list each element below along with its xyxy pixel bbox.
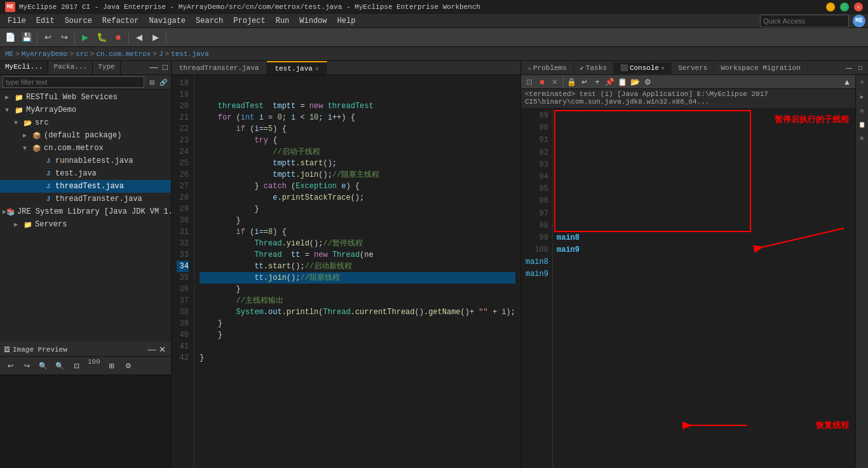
breadcrumb-me[interactable]: ME (5, 50, 13, 58)
breadcrumb-package[interactable]: cn.com.metrox (96, 50, 151, 58)
tree-toggle[interactable]: ▶ (23, 132, 32, 139)
window-controls[interactable]: — □ ✕ (826, 3, 863, 11)
tab-test[interactable]: test.java ✕ (267, 61, 327, 74)
tree-item-restful[interactable]: ▶ 📁 RESTful Web Services (0, 91, 171, 104)
menu-window[interactable]: Window (294, 15, 332, 27)
tree-item-test[interactable]: ▶ J test.java (0, 167, 171, 180)
tree-item-myarraydemo[interactable]: ▼ 📁 MyArrayDemo (0, 104, 171, 116)
tree-toggle[interactable]: ▼ (23, 145, 32, 152)
tab-problems[interactable]: ⚠ Problems (521, 62, 574, 74)
word-wrap-btn[interactable]: ↵ (579, 76, 590, 88)
undo-button[interactable]: ↩ (40, 30, 55, 45)
menu-help[interactable]: Help (332, 15, 361, 27)
quick-access-input[interactable] (760, 15, 849, 27)
left-panel-minimize[interactable]: — (148, 61, 159, 72)
tree-toggle[interactable]: ▶ (34, 195, 43, 203)
tree-item-servers[interactable]: ▶ 📁 Servers (0, 218, 171, 231)
tab-close-icon[interactable]: ✕ (315, 65, 319, 72)
menu-project[interactable]: Project (228, 15, 270, 27)
code-content[interactable]: threadTest tmptt = new threadTest for (i… (194, 75, 520, 468)
tree-toggle[interactable]: ▶ (34, 157, 43, 165)
img-zoom-in[interactable]: 🔍 (52, 358, 67, 373)
menu-run[interactable]: Run (271, 15, 295, 27)
tree-item-threadtranster[interactable]: ▶ J threadTranster.java (0, 193, 171, 205)
code-line-25: tmptt.join();//阻塞主线程 (200, 170, 379, 179)
tree-item-threadtest[interactable]: ▶ J threadTest.java (0, 180, 171, 193)
tree-toggle[interactable]: ▶ (34, 170, 43, 177)
console-body: 89 90 91 92 93 94 95 96 97 98 99 100 mai… (521, 107, 868, 468)
scroll-lock-btn[interactable]: 🔒 (566, 76, 578, 88)
tab-package[interactable]: Packa... (48, 61, 93, 74)
menu-file[interactable]: File (3, 15, 31, 27)
console-up-btn[interactable]: ▲ (841, 76, 853, 88)
side-icon-2[interactable]: ▶ (857, 92, 867, 102)
console-import-btn[interactable]: 📂 (630, 76, 641, 88)
console-export-btn[interactable]: 📋 (617, 76, 628, 88)
save-button[interactable]: 💾 (19, 30, 34, 45)
side-icon-4[interactable]: 📋 (857, 120, 867, 130)
panel-maximize-btn[interactable]: □ (855, 63, 865, 73)
tree-toggle[interactable]: ▶ (14, 221, 23, 228)
img-settings[interactable]: ⚙ (121, 358, 136, 373)
tab-threadtranster[interactable]: threadTranster.java (172, 61, 267, 74)
tree-item-src[interactable]: ▼ 📂 src (0, 116, 171, 129)
clear-console-btn[interactable]: ⊡ (524, 76, 535, 88)
console-settings-btn[interactable]: ⚙ (642, 76, 654, 88)
breadcrumb-project[interactable]: MyArrayDemo (22, 50, 68, 58)
collapse-all-button[interactable]: ⊟ (147, 77, 157, 87)
img-grid[interactable]: ⊞ (104, 358, 119, 373)
menu-refactor[interactable]: Refactor (97, 15, 144, 27)
link-with-editor-button[interactable]: 🔗 (158, 77, 168, 87)
terminate-btn[interactable]: ■ (536, 76, 548, 88)
image-preview-minimize[interactable]: — (147, 345, 157, 355)
tree-item-runnabletest[interactable]: ▶ J runnabletest.java (0, 155, 171, 167)
minimize-button[interactable]: — (826, 3, 835, 11)
side-icon-5[interactable]: 👁 (857, 134, 867, 144)
tree-item-cn-com-metrox[interactable]: ▼ 📦 cn.com.metrox (0, 142, 171, 155)
close-button[interactable]: ✕ (854, 3, 863, 11)
menu-source[interactable]: Source (60, 15, 97, 27)
tab-tasks[interactable]: ✔ Tasks (574, 62, 614, 74)
menu-search[interactable]: Search (191, 15, 228, 27)
img-next-btn[interactable]: ↪ (19, 358, 34, 373)
tree-item-default-pkg[interactable]: ▶ 📦 (default package) (0, 129, 171, 142)
forward-button[interactable]: ▶ (148, 30, 163, 45)
tab-workspace-migration[interactable]: Workspace Migration (714, 62, 807, 74)
panel-minimize-btn[interactable]: — (844, 63, 854, 73)
menu-edit[interactable]: Edit (31, 15, 60, 27)
breadcrumb-file[interactable]: test.java (171, 50, 208, 58)
console-tab-close[interactable]: ✕ (661, 64, 665, 72)
new-console-btn[interactable]: + (592, 76, 603, 88)
console-line-numbers: 89 90 91 92 93 94 95 96 97 98 99 100 mai… (521, 107, 553, 468)
tree-toggle[interactable]: ▶ (34, 182, 43, 190)
tab-type[interactable]: Type (93, 61, 120, 74)
tree-toggle[interactable]: ▶ (5, 93, 14, 101)
debug-button[interactable]: 🐛 (94, 30, 109, 45)
stop-button[interactable]: ■ (111, 30, 126, 45)
img-fit[interactable]: ⊡ (69, 358, 84, 373)
menu-navigate[interactable]: Navigate (144, 15, 191, 27)
tree-toggle[interactable]: ▼ (5, 107, 14, 114)
tab-servers[interactable]: Servers (672, 62, 714, 74)
run-button[interactable]: ▶ (78, 30, 93, 45)
side-icon-1[interactable]: ≡ (857, 78, 867, 88)
maximize-button[interactable]: □ (840, 3, 849, 11)
img-zoom-out[interactable]: 🔍 (36, 358, 51, 373)
tab-console[interactable]: ⬛ Console ✕ (614, 62, 672, 74)
breadcrumb-src[interactable]: src (76, 50, 88, 58)
redo-button[interactable]: ↪ (57, 30, 72, 45)
new-button[interactable]: 📄 (3, 30, 18, 45)
side-icon-3[interactable]: ⚙ (857, 106, 867, 116)
filter-input[interactable] (3, 76, 144, 88)
image-preview-close[interactable]: ✕ (157, 345, 167, 355)
tree-item-jre[interactable]: ▶ 📚 JRE System Library [Java JDK VM 1.. (0, 205, 171, 218)
pin-console-btn[interactable]: 📌 (604, 76, 616, 88)
tree-toggle[interactable]: ▼ (14, 120, 23, 127)
work-area: MyEcli... Packa... Type — □ ⊟ 🔗 ▶ 📁 (0, 61, 868, 468)
breadcrumb-j[interactable]: J (159, 50, 163, 58)
back-button[interactable]: ◀ (132, 30, 147, 45)
remove-terminated-btn[interactable]: ✕ (549, 76, 560, 88)
left-panel-maximize[interactable]: □ (159, 61, 171, 72)
tab-myeclipse[interactable]: MyEcli... (0, 61, 48, 74)
img-prev-btn[interactable]: ↩ (3, 358, 18, 373)
